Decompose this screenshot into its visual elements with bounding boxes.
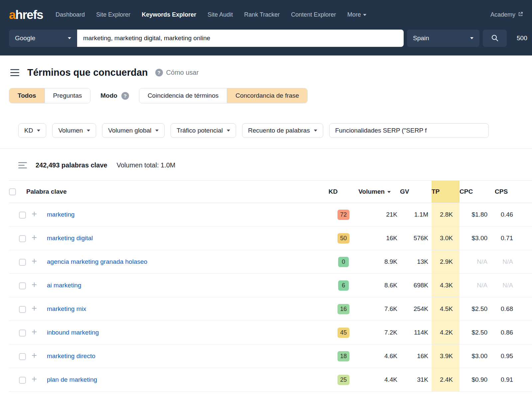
chevron-down-icon (227, 130, 230, 132)
kd-cell: 45 (329, 321, 358, 345)
row-checkbox[interactable] (19, 282, 26, 289)
nav-item-more[interactable]: More (347, 11, 366, 18)
keyword-link[interactable]: marketing digital (47, 235, 93, 242)
cps-cell: N/A (495, 250, 532, 274)
add-keyword-icon[interactable]: + (32, 258, 37, 264)
gv-cell: 254K (400, 297, 432, 321)
sidebar-toggle-icon[interactable] (10, 69, 19, 76)
nav-item-dashboard[interactable]: Dashboard (56, 11, 85, 18)
filter-label: KD (24, 127, 33, 134)
filter-volumen[interactable]: Volumen (52, 123, 96, 138)
help-icon[interactable]: ? (155, 69, 163, 76)
main-nav: DashboardSite ExplorerKeywords ExplorerS… (56, 11, 366, 18)
nav-item-site-explorer[interactable]: Site Explorer (96, 11, 130, 18)
table-row: +ai marketing68.6K698K4.3KN/AN/A (9, 274, 532, 297)
table-row: +plan de marketing254.4K31K2.4K$0.900.91 (9, 368, 532, 392)
add-keyword-icon[interactable]: + (32, 234, 37, 241)
add-cell: + (26, 250, 42, 274)
keyword-link[interactable]: inbound marketing (47, 329, 99, 336)
search-button[interactable] (483, 30, 507, 47)
row-checkbox[interactable] (19, 212, 26, 219)
add-cell: + (26, 227, 42, 250)
add-keyword-icon[interactable]: + (32, 352, 37, 359)
filter-volumen-global[interactable]: Volumen global (102, 123, 165, 138)
cpc-cell: $2.50 (460, 321, 495, 345)
row-checkbox[interactable] (19, 353, 26, 360)
filter-funcionalidades-serp-serp-f[interactable]: Funcionalidades SERP ("SERP f (329, 123, 489, 138)
keyword-link[interactable]: ai marketing (47, 282, 81, 289)
nav-item-academy[interactable]: Academy (490, 11, 515, 18)
keyword-link[interactable]: plan de marketing (47, 376, 97, 383)
row-checkbox-cell (9, 368, 26, 392)
table-header-row: Palabra clave KD Volumen GV TP CPC CPS (9, 181, 532, 203)
view-rows-icon[interactable] (18, 162, 27, 168)
nav-item-rank-tracker[interactable]: Rank Tracker (244, 11, 280, 18)
table-row: +marketing directo184.6K16K3.9K$3.000.95 (9, 345, 532, 368)
tab-todos[interactable]: Todos (9, 88, 45, 103)
kd-badge: 45 (337, 328, 349, 338)
volume-cell: 7.2K (358, 321, 400, 345)
nav-item-content-explorer[interactable]: Content Explorer (291, 11, 336, 18)
row-checkbox[interactable] (19, 235, 26, 242)
mode-tab-coincidencia-de-terminos[interactable]: Coincidencia de términos (139, 88, 227, 103)
keyword-link[interactable]: marketing mix (47, 305, 86, 312)
nav-item-keywords-explorer[interactable]: Keywords Explorer (142, 11, 196, 18)
col-header-cps[interactable]: CPS (495, 181, 532, 203)
cpc-cell: $3.00 (460, 227, 495, 250)
external-link-icon (518, 11, 523, 18)
mode-help-icon[interactable]: ? (121, 92, 129, 100)
kd-badge: 6 (338, 280, 349, 291)
filters-row: KDVolumenVolumen globalTráfico potencial… (18, 123, 532, 138)
chevron-down-icon (155, 130, 159, 132)
table-row: +marketing7221K1.1M2.8K$1.800.46 (9, 203, 532, 227)
row-checkbox[interactable] (19, 306, 26, 313)
filter-trafico-potencial[interactable]: Tráfico potencial (171, 123, 236, 138)
mode-tab-concordancia-de-frase[interactable]: Concordancia de frase (227, 88, 307, 103)
keywords-input[interactable] (77, 30, 404, 47)
kd-cell: 25 (329, 368, 358, 392)
table-row: +marketing mix167.6K254K4.5K$2.500.68 (9, 297, 532, 321)
col-header-keyword[interactable]: Palabra clave (26, 181, 329, 203)
cps-cell: 0.95 (495, 345, 532, 368)
kd-cell: 18 (329, 345, 358, 368)
filter-label: Funcionalidades SERP ("SERP f (335, 127, 427, 134)
keyword-cell: marketing (42, 203, 329, 227)
add-keyword-icon[interactable]: + (32, 305, 37, 312)
filter-recuento-de-palabras[interactable]: Recuento de palabras (242, 123, 323, 138)
country-select[interactable]: Spain (407, 30, 479, 47)
mode-tabs: Coincidencia de términosConcordancia de … (139, 88, 308, 103)
tp-cell: 4.3K (432, 274, 460, 297)
col-header-kd[interactable]: KD (329, 181, 358, 203)
kd-cell: 16 (329, 297, 358, 321)
keyword-link[interactable]: marketing directo (47, 352, 95, 359)
add-keyword-icon[interactable]: + (32, 376, 37, 382)
how-to-use-link[interactable]: Cómo usar (166, 69, 199, 76)
tab-preguntas[interactable]: Preguntas (45, 88, 90, 103)
chevron-down-icon (470, 37, 473, 39)
add-keyword-icon[interactable]: + (32, 329, 37, 335)
col-header-gv[interactable]: GV (400, 181, 432, 203)
ahrefs-logo[interactable]: ahrefs (9, 8, 43, 22)
search-icon (491, 34, 498, 43)
row-checkbox[interactable] (19, 377, 26, 384)
keyword-link[interactable]: marketing (47, 211, 74, 218)
tp-cell: 2.8K (432, 203, 460, 227)
col-header-cpc[interactable]: CPC (460, 181, 495, 203)
col-header-tp[interactable]: TP (432, 181, 460, 203)
add-cell: + (26, 203, 42, 227)
keyword-cell: marketing digital (42, 227, 329, 250)
nav-right: Academy (490, 11, 523, 18)
add-keyword-icon[interactable]: + (32, 211, 37, 217)
kd-cell: 72 (329, 203, 358, 227)
nav-item-site-audit[interactable]: Site Audit (207, 11, 233, 18)
table-row: +marketing digital5016K576K3.0K$3.000.71 (9, 227, 532, 250)
add-keyword-icon[interactable]: + (32, 281, 37, 288)
row-checkbox[interactable] (19, 330, 26, 337)
keyword-link[interactable]: agencia marketing granada holaseo (47, 258, 147, 265)
col-header-volume[interactable]: Volumen (358, 181, 400, 203)
kd-badge: 72 (337, 210, 349, 220)
row-checkbox[interactable] (19, 259, 26, 266)
search-engine-select[interactable]: Google (9, 30, 77, 47)
select-all-checkbox[interactable] (9, 188, 16, 195)
filter-kd[interactable]: KD (18, 123, 46, 138)
